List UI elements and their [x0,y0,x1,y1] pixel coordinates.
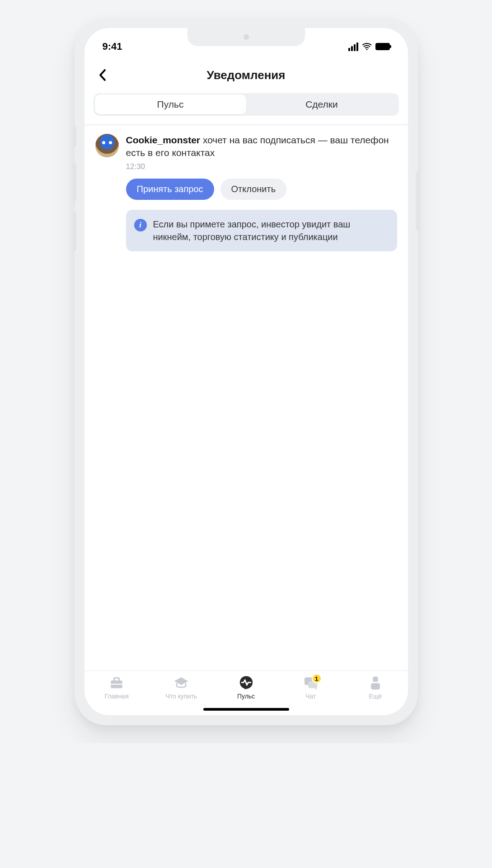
page-title: Уведомления [84,68,408,82]
notification-actions: Принять запрос Отклонить [126,179,397,200]
chevron-left-icon [98,69,107,81]
tabbar-item-what-to-buy[interactable]: Что купить [149,675,214,700]
phone-frame: 9:41 Уведомления [75,18,418,725]
accept-button[interactable]: Принять запрос [126,179,214,200]
segmented-control: Пульс Сделки [94,93,399,116]
svg-rect-2 [114,678,119,681]
avatar[interactable] [95,134,119,157]
tabbar-label: Чат [305,693,316,700]
tabbar-item-pulse[interactable]: Пульс [214,675,278,700]
svg-point-0 [366,49,367,50]
screen: 9:41 Уведомления [84,28,408,715]
person-icon [368,675,383,691]
tab-pulse[interactable]: Пульс [95,94,246,114]
tab-label: Сделки [305,99,338,110]
tabbar-item-home[interactable]: Главная [84,675,149,700]
decline-button[interactable]: Отклонить [220,179,287,200]
battery-icon [375,43,390,50]
info-box: i Если вы примете запрос, инвестор увиди… [126,210,397,251]
notification-body: Cookie_monster хочет на вас подписаться … [126,134,397,251]
side-button [73,163,76,201]
nav-header: Уведомления [84,55,408,93]
tab-deals[interactable]: Сделки [246,94,398,114]
tab-bar: Главная Что купить Пульс 1 [84,670,408,702]
pulse-bubble-icon [239,675,254,691]
tabbar-label: Пульс [237,693,255,700]
back-button[interactable] [94,66,112,84]
tabbar-label: Ещё [369,693,382,700]
notification-item: Cookie_monster хочет на вас подписаться … [84,126,408,251]
briefcase-icon [109,675,124,691]
svg-rect-7 [373,677,378,682]
cellular-icon [348,42,358,51]
tab-badge: 1 [312,674,322,684]
status-icons [348,42,390,52]
tabbar-label: Главная [104,693,128,700]
side-button [73,127,76,147]
grad-cap-icon [173,675,189,691]
tabbar-item-more[interactable]: Ещё [343,675,408,700]
notification-username: Cookie_monster [126,135,201,145]
home-indicator[interactable] [203,708,289,711]
wifi-icon [362,42,372,52]
tab-label: Пульс [157,99,184,110]
notch [187,28,305,46]
tabbar-item-chat[interactable]: 1 Чат [278,675,343,700]
info-text: Если вы примете запрос, инвестор увидит … [153,218,389,243]
info-icon: i [134,219,147,231]
side-button [73,212,76,251]
svg-rect-3 [111,684,122,684]
content-area: Cookie_monster хочет на вас подписаться … [84,126,408,670]
status-time: 9:41 [103,41,122,52]
side-button [416,172,420,231]
tabbar-label: Что купить [165,693,197,700]
svg-rect-8 [371,683,380,689]
notification-text: Cookie_monster хочет на вас подписаться … [126,134,397,160]
notification-time: 12:30 [126,162,397,171]
